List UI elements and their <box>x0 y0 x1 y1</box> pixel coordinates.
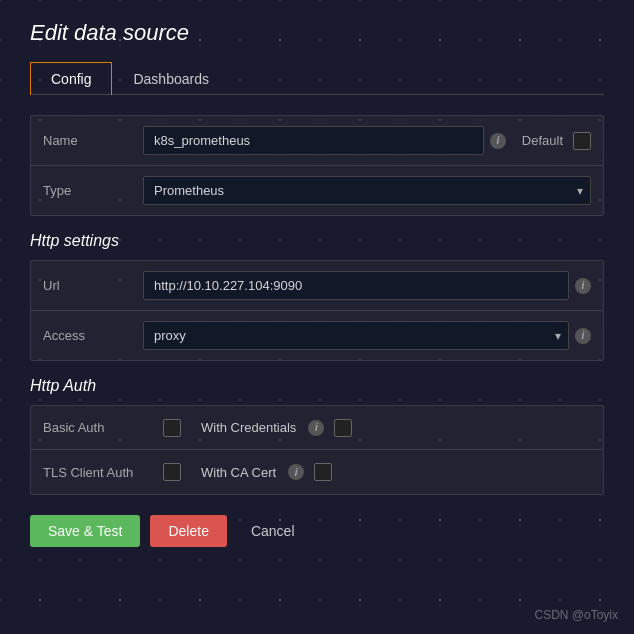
tls-client-auth-row: TLS Client Auth With CA Cert i <box>31 450 603 494</box>
with-ca-cert-col: With CA Cert i <box>201 463 591 481</box>
access-select[interactable]: proxy direct <box>143 321 569 350</box>
name-info-icon[interactable]: i <box>490 133 506 149</box>
with-ca-cert-checkbox[interactable] <box>314 463 332 481</box>
save-test-button[interactable]: Save & Test <box>30 515 140 547</box>
type-select-wrapper: Prometheus Graphite InfluxDB MySQL ▾ <box>143 176 591 205</box>
basic-auth-label: Basic Auth <box>43 420 163 435</box>
basic-auth-row: Basic Auth With Credentials i <box>31 406 603 450</box>
url-label: Url <box>43 278 143 293</box>
with-ca-cert-label: With CA Cert <box>201 465 276 480</box>
http-auth-heading: Http Auth <box>30 377 604 395</box>
url-row: Url i <box>31 261 603 311</box>
watermark: CSDN @oToyix <box>534 608 618 622</box>
http-settings-section: Url i Access proxy direct ▾ i <box>30 260 604 361</box>
tls-client-auth-label: TLS Client Auth <box>43 465 163 480</box>
url-row-content: i <box>143 271 591 300</box>
access-info-icon[interactable]: i <box>575 328 591 344</box>
access-row: Access proxy direct ▾ i <box>31 311 603 360</box>
tab-dashboards[interactable]: Dashboards <box>112 62 230 95</box>
access-label: Access <box>43 328 143 343</box>
tls-client-auth-checkbox[interactable] <box>163 463 181 481</box>
default-checkbox[interactable] <box>573 132 591 150</box>
page-title: Edit data source <box>30 20 604 46</box>
default-row: Default <box>522 132 591 150</box>
tab-config[interactable]: Config <box>30 62 112 95</box>
delete-button[interactable]: Delete <box>150 515 226 547</box>
with-credentials-col: With Credentials i <box>201 419 591 437</box>
type-label: Type <box>43 183 143 198</box>
with-credentials-info-icon[interactable]: i <box>308 420 324 436</box>
url-input[interactable] <box>143 271 569 300</box>
tabs-container: Config Dashboards <box>30 62 604 95</box>
name-input[interactable] <box>143 126 484 155</box>
http-auth-section: Basic Auth With Credentials i TLS Client… <box>30 405 604 495</box>
cancel-button[interactable]: Cancel <box>237 515 309 547</box>
default-label: Default <box>522 133 563 148</box>
button-row: Save & Test Delete Cancel <box>30 515 604 547</box>
with-credentials-checkbox[interactable] <box>334 419 352 437</box>
type-select[interactable]: Prometheus Graphite InfluxDB MySQL <box>143 176 591 205</box>
name-section: Name i Default Type Prometheus Graphite … <box>30 115 604 216</box>
tls-auth-checkbox-col <box>163 463 181 481</box>
http-settings-heading: Http settings <box>30 232 604 250</box>
with-ca-cert-info-icon[interactable]: i <box>288 464 304 480</box>
url-info-icon[interactable]: i <box>575 278 591 294</box>
access-select-wrapper: proxy direct ▾ <box>143 321 569 350</box>
name-row: Name i Default <box>31 116 603 166</box>
basic-auth-checkbox[interactable] <box>163 419 181 437</box>
basic-auth-checkbox-col <box>163 419 181 437</box>
type-row: Type Prometheus Graphite InfluxDB MySQL … <box>31 166 603 215</box>
with-credentials-label: With Credentials <box>201 420 296 435</box>
name-label: Name <box>43 133 143 148</box>
